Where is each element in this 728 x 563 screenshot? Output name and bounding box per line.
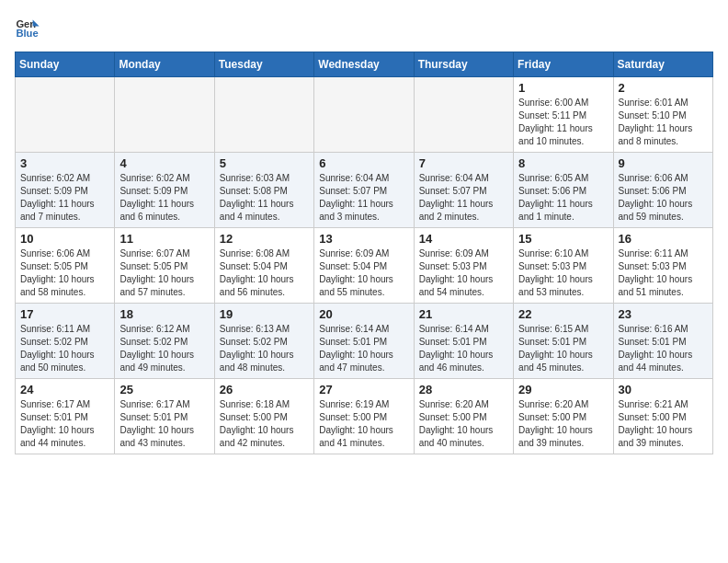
calendar-cell: 1Sunrise: 6:00 AM Sunset: 5:11 PM Daylig…: [514, 77, 613, 153]
calendar-cell: 28Sunrise: 6:20 AM Sunset: 5:00 PM Dayli…: [414, 379, 513, 454]
day-number: 26: [220, 383, 309, 396]
day-number: 4: [119, 156, 209, 170]
day-info: Sunrise: 6:19 AM Sunset: 5:00 PM Dayligh…: [319, 398, 408, 450]
day-header-tuesday: Tuesday: [214, 52, 313, 77]
calendar-cell: 27Sunrise: 6:19 AM Sunset: 5:00 PM Dayli…: [314, 379, 414, 454]
day-number: 24: [20, 383, 109, 396]
calendar-table: SundayMondayTuesdayWednesdayThursdayFrid…: [15, 52, 713, 454]
day-header-sunday: Sunday: [16, 52, 115, 77]
day-info: Sunrise: 6:20 AM Sunset: 5:00 PM Dayligh…: [518, 398, 608, 450]
calendar-cell: 15Sunrise: 6:10 AM Sunset: 5:03 PM Dayli…: [514, 228, 613, 304]
day-info: Sunrise: 6:18 AM Sunset: 5:00 PM Dayligh…: [220, 398, 309, 450]
day-info: Sunrise: 6:11 AM Sunset: 5:02 PM Dayligh…: [20, 323, 109, 374]
calendar-cell: 11Sunrise: 6:07 AM Sunset: 5:05 PM Dayli…: [115, 228, 214, 304]
day-info: Sunrise: 6:02 AM Sunset: 5:09 PM Dayligh…: [119, 172, 209, 224]
day-number: 27: [319, 383, 408, 396]
calendar-week-4: 17Sunrise: 6:11 AM Sunset: 5:02 PM Dayli…: [16, 304, 713, 379]
day-info: Sunrise: 6:04 AM Sunset: 5:07 PM Dayligh…: [319, 172, 408, 224]
day-number: 8: [518, 156, 608, 170]
calendar-cell: [214, 77, 313, 153]
day-info: Sunrise: 6:10 AM Sunset: 5:03 PM Dayligh…: [518, 247, 608, 299]
day-number: 10: [20, 232, 109, 246]
day-header-saturday: Saturday: [613, 52, 712, 77]
day-info: Sunrise: 6:16 AM Sunset: 5:01 PM Dayligh…: [619, 323, 708, 374]
day-number: 13: [319, 232, 408, 246]
day-number: 14: [419, 232, 508, 246]
calendar-cell: 13Sunrise: 6:09 AM Sunset: 5:04 PM Dayli…: [314, 228, 414, 304]
day-number: 6: [319, 156, 408, 170]
day-number: 28: [419, 383, 508, 396]
day-info: Sunrise: 6:01 AM Sunset: 5:10 PM Dayligh…: [619, 97, 708, 148]
calendar-cell: 20Sunrise: 6:14 AM Sunset: 5:01 PM Dayli…: [314, 304, 414, 379]
day-info: Sunrise: 6:02 AM Sunset: 5:09 PM Dayligh…: [20, 172, 109, 224]
day-header-wednesday: Wednesday: [314, 52, 414, 77]
day-number: 16: [619, 232, 708, 246]
day-info: Sunrise: 6:09 AM Sunset: 5:04 PM Dayligh…: [319, 247, 408, 299]
day-info: Sunrise: 6:08 AM Sunset: 5:04 PM Dayligh…: [220, 247, 309, 299]
calendar-cell: 19Sunrise: 6:13 AM Sunset: 5:02 PM Dayli…: [214, 304, 313, 379]
day-number: 15: [518, 232, 608, 246]
day-number: 21: [419, 307, 508, 321]
day-info: Sunrise: 6:21 AM Sunset: 5:00 PM Dayligh…: [619, 398, 708, 450]
day-info: Sunrise: 6:06 AM Sunset: 5:05 PM Dayligh…: [20, 247, 109, 299]
calendar-week-3: 10Sunrise: 6:06 AM Sunset: 5:05 PM Dayli…: [16, 228, 713, 304]
calendar-cell: 3Sunrise: 6:02 AM Sunset: 5:09 PM Daylig…: [16, 153, 115, 228]
day-number: 30: [619, 383, 708, 396]
calendar-cell: [16, 77, 115, 153]
day-number: 2: [619, 81, 708, 95]
day-info: Sunrise: 6:17 AM Sunset: 5:01 PM Dayligh…: [119, 398, 209, 450]
svg-text:Blue: Blue: [16, 28, 38, 39]
calendar-cell: 12Sunrise: 6:08 AM Sunset: 5:04 PM Dayli…: [214, 228, 313, 304]
calendar-cell: 2Sunrise: 6:01 AM Sunset: 5:10 PM Daylig…: [613, 77, 712, 153]
calendar-cell: 24Sunrise: 6:17 AM Sunset: 5:01 PM Dayli…: [16, 379, 115, 454]
header-row: SundayMondayTuesdayWednesdayThursdayFrid…: [16, 52, 713, 77]
day-info: Sunrise: 6:15 AM Sunset: 5:01 PM Dayligh…: [518, 323, 608, 374]
calendar-cell: 29Sunrise: 6:20 AM Sunset: 5:00 PM Dayli…: [514, 379, 613, 454]
day-number: 23: [619, 307, 708, 321]
calendar-cell: 14Sunrise: 6:09 AM Sunset: 5:03 PM Dayli…: [414, 228, 513, 304]
day-number: 18: [119, 307, 209, 321]
day-number: 5: [220, 156, 309, 170]
day-number: 1: [518, 81, 608, 95]
day-header-friday: Friday: [514, 52, 613, 77]
day-number: 19: [220, 307, 309, 321]
day-header-thursday: Thursday: [414, 52, 513, 77]
day-number: 17: [20, 307, 109, 321]
day-number: 11: [119, 232, 209, 246]
calendar-cell: 7Sunrise: 6:04 AM Sunset: 5:07 PM Daylig…: [414, 153, 513, 228]
day-number: 3: [20, 156, 109, 170]
calendar-cell: 26Sunrise: 6:18 AM Sunset: 5:00 PM Dayli…: [214, 379, 313, 454]
day-number: 22: [518, 307, 608, 321]
calendar-cell: 30Sunrise: 6:21 AM Sunset: 5:00 PM Dayli…: [613, 379, 712, 454]
logo: Gen Blue: [15, 15, 44, 40]
day-info: Sunrise: 6:12 AM Sunset: 5:02 PM Dayligh…: [119, 323, 209, 374]
day-info: Sunrise: 6:14 AM Sunset: 5:01 PM Dayligh…: [319, 323, 408, 374]
day-info: Sunrise: 6:03 AM Sunset: 5:08 PM Dayligh…: [220, 172, 309, 224]
day-info: Sunrise: 6:20 AM Sunset: 5:00 PM Dayligh…: [419, 398, 508, 450]
calendar-cell: 25Sunrise: 6:17 AM Sunset: 5:01 PM Dayli…: [115, 379, 214, 454]
day-number: 7: [419, 156, 508, 170]
day-info: Sunrise: 6:00 AM Sunset: 5:11 PM Dayligh…: [518, 97, 608, 148]
calendar-cell: 4Sunrise: 6:02 AM Sunset: 5:09 PM Daylig…: [115, 153, 214, 228]
day-number: 20: [319, 307, 408, 321]
day-header-monday: Monday: [115, 52, 214, 77]
calendar-week-2: 3Sunrise: 6:02 AM Sunset: 5:09 PM Daylig…: [16, 153, 713, 228]
day-info: Sunrise: 6:11 AM Sunset: 5:03 PM Dayligh…: [619, 247, 708, 299]
calendar-week-1: 1Sunrise: 6:00 AM Sunset: 5:11 PM Daylig…: [16, 77, 713, 153]
calendar-cell: [115, 77, 214, 153]
calendar-cell: 5Sunrise: 6:03 AM Sunset: 5:08 PM Daylig…: [214, 153, 313, 228]
day-info: Sunrise: 6:07 AM Sunset: 5:05 PM Dayligh…: [119, 247, 209, 299]
calendar-cell: 9Sunrise: 6:06 AM Sunset: 5:06 PM Daylig…: [613, 153, 712, 228]
calendar-cell: 18Sunrise: 6:12 AM Sunset: 5:02 PM Dayli…: [115, 304, 214, 379]
day-info: Sunrise: 6:13 AM Sunset: 5:02 PM Dayligh…: [220, 323, 309, 374]
day-number: 12: [220, 232, 309, 246]
calendar-cell: 22Sunrise: 6:15 AM Sunset: 5:01 PM Dayli…: [514, 304, 613, 379]
calendar-cell: 23Sunrise: 6:16 AM Sunset: 5:01 PM Dayli…: [613, 304, 712, 379]
calendar-cell: 8Sunrise: 6:05 AM Sunset: 5:06 PM Daylig…: [514, 153, 613, 228]
calendar-week-5: 24Sunrise: 6:17 AM Sunset: 5:01 PM Dayli…: [16, 379, 713, 454]
day-number: 29: [518, 383, 608, 396]
day-info: Sunrise: 6:06 AM Sunset: 5:06 PM Dayligh…: [619, 172, 708, 224]
day-info: Sunrise: 6:05 AM Sunset: 5:06 PM Dayligh…: [518, 172, 608, 224]
calendar-cell: [314, 77, 414, 153]
day-number: 9: [619, 156, 708, 170]
